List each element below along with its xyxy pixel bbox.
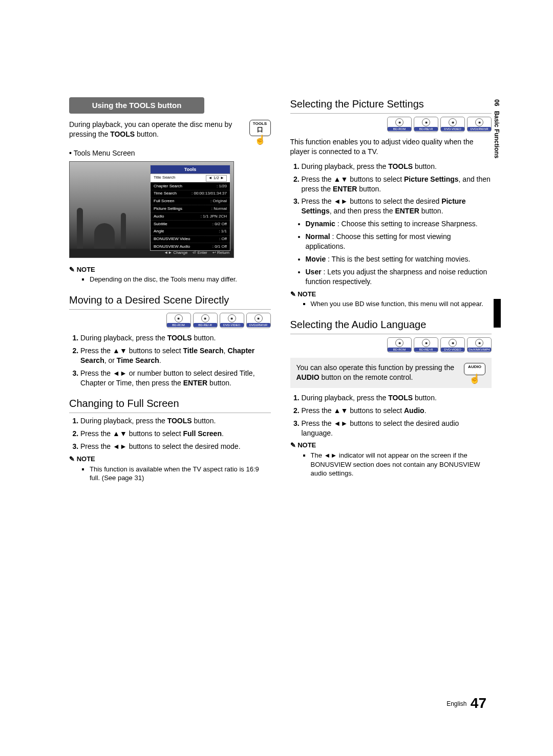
note-heading: NOTE bbox=[69, 265, 271, 274]
step: During playback, press the TOOLS button. bbox=[302, 162, 492, 171]
audio-button-label: AUDIO bbox=[465, 364, 484, 370]
audio-remote-button: AUDIO ☝ bbox=[464, 363, 485, 383]
picture-option: User : Lets you adjust the sharpness and… bbox=[306, 267, 492, 287]
steps-list: During playback, press the TOOLS button.… bbox=[290, 393, 492, 438]
picture-bullets: Dynamic : Choose this setting to increas… bbox=[290, 219, 492, 286]
disc-compat-row: ◉BD-ROM◉BD-RE/-R◉DVD-VIDEO◉DVD±RW/±R bbox=[69, 313, 271, 328]
heading-picture-settings: Selecting the Picture Settings bbox=[290, 97, 492, 114]
disc-badge: ◉BD-RE/-R bbox=[414, 337, 438, 353]
tools-row: Picture Settings: Normal bbox=[151, 205, 230, 212]
heading-moving-scene: Moving to a Desired Scene Directly bbox=[69, 293, 271, 310]
hand-icon: ☝ bbox=[464, 375, 485, 382]
note-list: The ◄► indicator will not appear on the … bbox=[290, 451, 492, 478]
step: Press the ◄► buttons to select the desir… bbox=[80, 442, 271, 451]
tools-row: BONUSVIEW Audio: 0/1 Off bbox=[151, 243, 230, 250]
picture-intro: This function enables you to adjust vide… bbox=[290, 137, 492, 157]
disc-badge: ◉DVD±RW/±R bbox=[246, 313, 271, 328]
tools-row: Audio: 1/1 JPN 2CH bbox=[151, 212, 230, 220]
step: During playback, press the TOOLS button. bbox=[302, 393, 492, 403]
disc-badge: ◉BD-ROM bbox=[166, 313, 191, 328]
disc-compat-row: ◉BD-ROM◉BD-RE/-R◉DVD-VIDEO◉DivX/MKV/MP4 bbox=[290, 337, 492, 353]
step: Press the ◄► buttons to select the desir… bbox=[302, 419, 492, 438]
heading-audio-language: Selecting the Audio Language bbox=[290, 318, 492, 334]
step: Press the ▲▼ buttons to select Audio. bbox=[302, 406, 492, 416]
steps-list: During playback, press the TOOLS button.… bbox=[69, 416, 271, 451]
picture-option: Normal : Choose this setting for most vi… bbox=[306, 232, 492, 251]
step: Press the ◄► buttons to select the desir… bbox=[302, 197, 492, 216]
page-number: 47 bbox=[471, 695, 486, 711]
note-heading: NOTE bbox=[69, 455, 271, 464]
tools-remote-button: TOOLS 口 ☝ bbox=[249, 120, 271, 143]
tools-row: Time Search: 00:00:13/01:34:37 bbox=[151, 190, 230, 198]
disc-badge: ◉DVD±RW/±R bbox=[467, 117, 492, 132]
section-tab: Using the TOOLS button bbox=[69, 97, 204, 114]
page-footer: English 47 bbox=[446, 694, 486, 713]
tools-panel-title: Tools bbox=[151, 165, 230, 174]
tools-row: Title Search◄ 1/2 ► bbox=[151, 174, 230, 182]
picture-option: Movie : This is the best setting for wat… bbox=[306, 254, 492, 264]
note-list: When you use BD wise function, this menu… bbox=[290, 299, 492, 309]
disc-badge: ◉BD-RE/-R bbox=[193, 313, 218, 328]
note-list: Depending on the disc, the Tools menu ma… bbox=[69, 275, 271, 284]
disc-badge: ◉DVD-VIDEO bbox=[220, 313, 244, 328]
step: During playback, press the TOOLS button. bbox=[80, 333, 271, 343]
thumb-index-block bbox=[494, 299, 501, 328]
left-column: Using the TOOLS button TOOLS 口 ☝ During … bbox=[69, 97, 271, 484]
tools-panel: Tools Title Search◄ 1/2 ►Chapter Search:… bbox=[150, 165, 230, 251]
note-heading: NOTE bbox=[290, 441, 492, 450]
tools-row: Subtitle: 0/2 Off bbox=[151, 220, 230, 228]
note-list: This function is available when the TV a… bbox=[69, 465, 271, 483]
hand-icon: ☝ bbox=[249, 136, 271, 143]
tools-row: Angle: 1/1 bbox=[151, 228, 230, 235]
step: Press the ▲▼ buttons to select Title Sea… bbox=[80, 346, 271, 365]
side-tab: 06 Basic Functions bbox=[493, 99, 501, 158]
tools-row: BONUSVIEW Video: Off bbox=[151, 235, 230, 243]
audio-info-box: AUDIO ☝ You can also operate this functi… bbox=[290, 358, 492, 388]
right-column: Selecting the Picture Settings ◉BD-ROM◉B… bbox=[290, 97, 492, 484]
tools-row: Full Screen: Original bbox=[151, 198, 230, 205]
disc-badge: ◉DVD-VIDEO bbox=[440, 117, 465, 132]
note-heading: NOTE bbox=[290, 290, 492, 299]
heading-full-screen: Changing to Full Screen bbox=[69, 397, 271, 413]
tools-menu-label: Tools Menu Screen bbox=[69, 148, 271, 158]
step: Press the ▲▼ buttons to select Picture S… bbox=[302, 175, 492, 194]
steps-list: During playback, press the TOOLS button.… bbox=[290, 162, 492, 216]
step: Press the ◄► or number button to select … bbox=[80, 369, 271, 388]
tools-row: Chapter Search: 1/20 bbox=[151, 182, 230, 190]
intro-para: TOOLS 口 ☝ During playback, you can opera… bbox=[69, 120, 271, 143]
tools-button-icon: 口 bbox=[251, 127, 269, 133]
disc-badge: ◉BD-ROM bbox=[387, 337, 412, 353]
tools-menu-screenshot: Tools Title Search◄ 1/2 ►Chapter Search:… bbox=[69, 161, 234, 258]
step: Press the ▲▼ buttons to select Full Scre… bbox=[80, 429, 271, 439]
disc-badge: ◉DivX/MKV/MP4 bbox=[467, 337, 492, 353]
disc-badge: ◉BD-ROM bbox=[387, 117, 412, 132]
steps-list: During playback, press the TOOLS button.… bbox=[69, 333, 271, 387]
disc-badge: ◉BD-RE/-R bbox=[414, 117, 438, 132]
step: During playback, press the TOOLS button. bbox=[80, 416, 271, 426]
picture-option: Dynamic : Choose this setting to increas… bbox=[306, 219, 492, 229]
disc-compat-row: ◉BD-ROM◉BD-RE/-R◉DVD-VIDEO◉DVD±RW/±R bbox=[290, 117, 492, 132]
disc-badge: ◉DVD-VIDEO bbox=[440, 337, 465, 353]
